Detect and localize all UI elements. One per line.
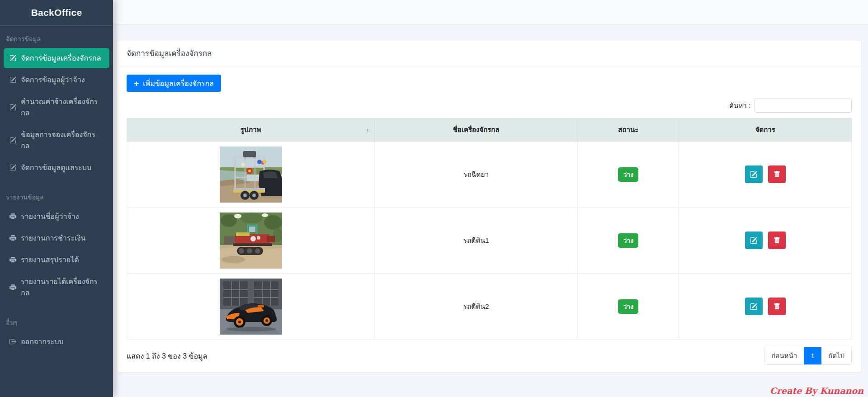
sidebar-item-report-machinery-income[interactable]: รายงานรายได้เครื่องจักรกล (4, 271, 109, 303)
edit-icon (9, 164, 16, 171)
delete-button[interactable] (768, 165, 786, 183)
spray-truck-photo (220, 147, 282, 203)
sidebar-item-manage-machinery[interactable]: จัดการข้อมูลเครื่องจักรกล (4, 48, 109, 68)
sidebar-item-label: รายงานรายได้เครื่องจักรกล (21, 276, 104, 298)
status-badge: ว่าง (618, 167, 638, 182)
search-label: ค้นหา : (729, 100, 750, 111)
cell-machine-name: รถตีดิน2 (375, 274, 578, 340)
sidebar-section-other: อื่นๆ (0, 309, 113, 330)
cell-machine-name: รถฉีดยา (375, 142, 578, 208)
machinery-table: รูปภาพ ↑↓ ชื่อเครื่องจักรกล สถานะ (127, 118, 852, 340)
cell-image (127, 274, 375, 340)
sidebar-item-label: ข้อมูลการจองเครื่องจักรกล (21, 129, 104, 151)
edit-icon (9, 104, 16, 111)
cell-actions (679, 208, 852, 274)
table-row: รถตีดิน1 ว่าง (127, 208, 852, 274)
edit-icon (9, 55, 16, 61)
table-info-text: แสดง 1 ถึง 3 ของ 3 ข้อมูล (127, 350, 207, 362)
add-machinery-button-label: เพิ่มข้อมูลเครื่องจักรกล (143, 78, 214, 89)
column-header-status[interactable]: สถานะ (578, 118, 679, 142)
sort-icon: ↑↓ (366, 127, 370, 133)
trash-icon (774, 303, 780, 310)
cell-actions (679, 274, 852, 340)
column-header-manage[interactable]: จัดการ (679, 118, 852, 142)
sidebar-item-label: ออกจากระบบ (21, 336, 63, 347)
print-icon (9, 256, 16, 263)
print-icon (9, 284, 16, 291)
sidebar-item-label: รายงานชื่อผู้ว่าจ้าง (21, 211, 79, 222)
main-area: จัดการข้อมูลเครื่องจักรกล + เพิ่มข้อมูลเ… (113, 0, 868, 397)
sidebar-item-label: รายงานการชำระเงิน (21, 232, 85, 244)
cell-actions (679, 142, 852, 208)
red-tractor-photo (220, 213, 282, 269)
sidebar-item-manage-employers[interactable]: จัดการข้อมูลผู้ว่าจ้าง (4, 70, 109, 90)
sidebar-item-label: รายงานสรุปรายได้ (21, 254, 79, 265)
print-icon (9, 213, 16, 220)
sidebar-section-reports: รายงานข้อมูล (0, 184, 113, 205)
machinery-card: จัดการข้อมูลเครื่องจักรกล + เพิ่มข้อมูลเ… (117, 40, 862, 373)
plus-icon: + (134, 79, 139, 88)
edit-icon (9, 137, 16, 144)
trash-icon (774, 171, 780, 178)
edit-icon (750, 237, 757, 244)
cell-status: ว่าง (578, 142, 679, 208)
pagination-previous-button[interactable]: ก่อนหน้า (764, 347, 804, 364)
edit-button[interactable] (745, 165, 763, 183)
search-input[interactable] (755, 99, 852, 113)
topbar (113, 0, 868, 25)
credit-text: Create By Kunanon (770, 386, 863, 396)
sidebar-item-label: จัดการข้อมูลดูแลระบบ (21, 162, 91, 173)
sidebar-item-label: จัดการข้อมูลผู้ว่าจ้าง (21, 74, 85, 85)
delete-button[interactable] (768, 298, 786, 315)
table-row: รถตีดิน2 ว่าง (127, 274, 852, 340)
column-header-image[interactable]: รูปภาพ ↑↓ (127, 118, 375, 142)
cell-image (127, 142, 375, 208)
sidebar-item-calculate-wage[interactable]: คำนวณค่าจ้างเครื่องจักรกล (4, 91, 109, 123)
trash-icon (774, 237, 780, 244)
cell-machine-name: รถตีดิน1 (375, 208, 578, 274)
edit-button[interactable] (745, 232, 763, 249)
sidebar-item-report-payments[interactable]: รายงานการชำระเงิน (4, 228, 109, 248)
edit-icon (750, 303, 757, 310)
content-area: จัดการข้อมูลเครื่องจักรกล + เพิ่มข้อมูลเ… (113, 25, 868, 373)
status-badge: ว่าง (618, 233, 638, 248)
app-root: BackOffice จัดการข้อมูล จัดการข้อมูลเครื… (0, 0, 868, 397)
sidebar-item-label: คำนวณค่าจ้างเครื่องจักรกล (21, 96, 104, 118)
orange-sports-car-photo (220, 279, 282, 335)
pagination-page-1-button[interactable]: 1 (804, 347, 821, 364)
pagination: ก่อนหน้า 1 ถัดไป (764, 347, 852, 365)
column-header-name[interactable]: ชื่อเครื่องจักรกล (375, 118, 578, 142)
sidebar-item-label: จัดการข้อมูลเครื่องจักรกล (21, 52, 101, 64)
sidebar-section-manage: จัดการข้อมูล (0, 26, 113, 47)
edit-icon (750, 171, 757, 178)
pagination-next-button[interactable]: ถัดไป (821, 347, 851, 364)
sidebar-item-booking-data[interactable]: ข้อมูลการจองเครื่องจักรกล (4, 124, 109, 156)
cell-image (127, 208, 375, 274)
edit-button[interactable] (745, 298, 763, 315)
cell-status: ว่าง (578, 274, 679, 340)
app-brand: BackOffice (0, 0, 113, 26)
table-row: รถฉีดยา ว่าง (127, 142, 852, 208)
logout-icon (9, 338, 16, 345)
edit-icon (9, 76, 16, 83)
sidebar-item-admin-data[interactable]: จัดการข้อมูลดูแลระบบ (4, 157, 109, 178)
sidebar-item-logout[interactable]: ออกจากระบบ (4, 331, 109, 352)
card-title: จัดการข้อมูลเครื่องจักรกล (117, 40, 861, 66)
sidebar-item-report-employers[interactable]: รายงานชื่อผู้ว่าจ้าง (4, 206, 109, 227)
status-badge: ว่าง (618, 299, 638, 314)
add-machinery-button[interactable]: + เพิ่มข้อมูลเครื่องจักรกล (127, 75, 221, 92)
print-icon (9, 235, 16, 241)
delete-button[interactable] (768, 232, 786, 249)
sidebar: BackOffice จัดการข้อมูล จัดการข้อมูลเครื… (0, 0, 113, 397)
cell-status: ว่าง (578, 208, 679, 274)
sidebar-item-report-income-summary[interactable]: รายงานสรุปรายได้ (4, 250, 109, 270)
